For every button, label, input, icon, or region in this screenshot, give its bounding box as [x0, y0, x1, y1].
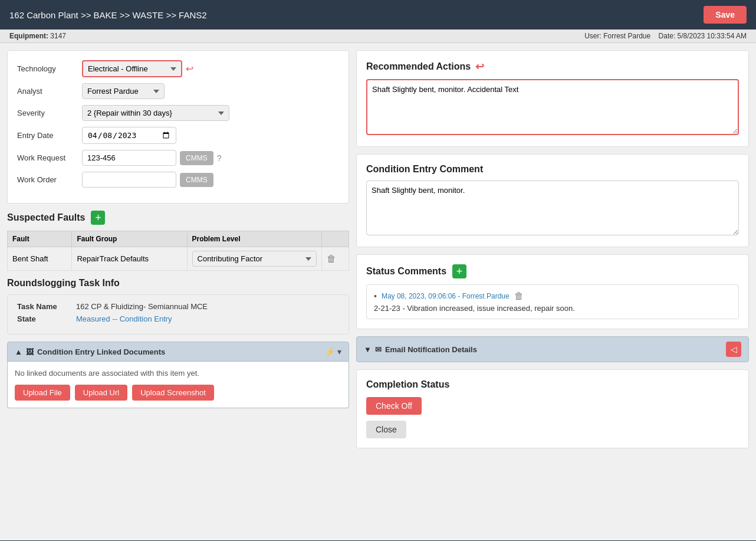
condition-entry-comment-title: Condition Entry Comment: [366, 164, 739, 175]
technology-label: Technology: [17, 64, 82, 73]
col-fault-group: Fault Group: [72, 231, 187, 247]
recommended-actions-title-text: Recommended Actions: [366, 61, 471, 72]
condition-entry-comment-card: Condition Entry Comment Shaft Slightly b…: [356, 154, 749, 247]
recommended-actions-card: Recommended Actions ↩ Shaft Slightly ben…: [356, 50, 749, 147]
email-notification-title-group: ▼ ✉ Email Notification Details: [364, 345, 477, 354]
completion-status-card: Completion Status Check Off Close: [356, 369, 749, 448]
status-comments-title: Status Comments: [366, 266, 446, 277]
condition-entry-comment-textarea[interactable]: Shaft Slightly bent, monitor.: [366, 181, 739, 235]
roundslogging-section: Roundslogging Task Info Task Name 162 CP…: [7, 278, 349, 335]
email-notification-header: ▼ ✉ Email Notification Details ◁: [356, 336, 749, 362]
analyst-row: Analyst Forrest Pardue: [17, 83, 339, 99]
close-button[interactable]: Close: [366, 421, 406, 438]
table-row: Bent Shaft RepairTrack Defaults Contribu…: [8, 247, 349, 271]
task-state-value: Measured -- Condition Entry: [76, 314, 172, 323]
task-name-value: 162 CP & Fluidizing- Semiannual MCE: [76, 302, 208, 311]
add-fault-button[interactable]: +: [91, 211, 105, 225]
top-bar: 162 Carbon Plant >> BAKE >> WASTE >> FAN…: [0, 0, 756, 29]
task-name-label: Task Name: [17, 302, 76, 311]
recommended-actions-header: Recommended Actions ↩: [366, 60, 739, 73]
equipment-info: Equipment: 3147: [9, 32, 66, 40]
technology-row: Technology Electrical - Offline ↩: [17, 60, 339, 77]
suspected-faults-title: Suspected Faults: [7, 212, 85, 223]
upload-screenshot-button[interactable]: Upload Screenshot: [132, 385, 214, 401]
equipment-id: 3147: [50, 32, 66, 40]
completion-status-title: Completion Status: [366, 379, 739, 390]
collapse-icon[interactable]: ▲: [15, 347, 22, 356]
delete-comment-icon[interactable]: 🗑: [514, 291, 524, 301]
col-problem-level: Problem Level: [187, 231, 321, 247]
roundslogging-header: Roundslogging Task Info: [7, 278, 349, 288]
work-request-input[interactable]: [82, 150, 176, 166]
linked-docs-section: ▲ 🖼 Condition Entry Linked Documents ⚡ ▾…: [7, 342, 349, 408]
check-off-button[interactable]: Check Off: [366, 397, 422, 415]
bullet-icon: •: [374, 291, 377, 301]
no-docs-message: No linked documents are associated with …: [15, 369, 341, 378]
fault-group-cell: RepairTrack Defaults: [72, 247, 187, 271]
task-state-label: State: [17, 314, 76, 323]
severity-label: Severity: [17, 109, 82, 117]
suspected-faults-section: Suspected Faults + Fault Fault Group Pro…: [7, 211, 349, 271]
col-actions: [321, 231, 349, 247]
problem-level-cell: Contributing Factor: [187, 247, 321, 271]
work-request-label: Work Request: [17, 153, 82, 162]
work-request-cmms-button[interactable]: CMMS: [180, 151, 213, 165]
work-order-cmms-button[interactable]: CMMS: [180, 173, 213, 187]
lightning-button[interactable]: ⚡ ▾: [325, 347, 341, 356]
share-button[interactable]: ◁: [726, 342, 741, 357]
upload-buttons: Upload File Upload Url Upload Screenshot: [15, 385, 341, 401]
work-request-row: Work Request CMMS ?: [17, 150, 339, 166]
comment-link[interactable]: May 08, 2023, 09:06:06 - Forrest Pardue: [382, 292, 510, 300]
severity-row: Severity 2 {Repair within 30 days}: [17, 105, 339, 121]
main-content: Technology Electrical - Offline ↩ Analys…: [0, 43, 756, 540]
work-order-row: Work Order CMMS: [17, 172, 339, 188]
col-fault: Fault: [8, 231, 72, 247]
collapse-email-icon[interactable]: ▼: [364, 345, 372, 354]
status-comment-item: • May 08, 2023, 09:06:06 - Forrest Pardu…: [366, 284, 739, 319]
task-info-card: Task Name 162 CP & Fluidizing- Semiannua…: [7, 294, 349, 335]
problem-level-select[interactable]: Contributing Factor: [192, 251, 317, 267]
upload-file-button[interactable]: Upload File: [15, 385, 70, 401]
form-card: Technology Electrical - Offline ↩ Analys…: [7, 50, 349, 204]
entry-date-label: Entry Date: [17, 131, 82, 140]
fault-cell: Bent Shaft: [8, 247, 72, 271]
save-button[interactable]: Save: [704, 6, 747, 24]
date-label: Date: 5/8/2023 10:33:54 AM: [659, 32, 747, 40]
work-request-help-icon[interactable]: ?: [217, 153, 222, 163]
task-name-row: Task Name 162 CP & Fluidizing- Semiannua…: [17, 302, 339, 311]
email-notification-section: ▼ ✉ Email Notification Details ◁: [356, 336, 749, 362]
add-status-comment-button[interactable]: +: [452, 264, 466, 278]
envelope-icon: ✉: [375, 345, 382, 354]
image-icon: 🖼: [26, 347, 34, 356]
analyst-label: Analyst: [17, 87, 82, 96]
status-comments-card: Status Comments + • May 08, 2023, 09:06:…: [356, 254, 749, 329]
upload-url-button[interactable]: Upload Url: [75, 385, 127, 401]
user-label: User: Forrest Pardue: [584, 32, 650, 40]
roundslogging-title: Roundslogging Task Info: [7, 278, 120, 288]
sub-bar: Equipment: 3147 User: Forrest Pardue Dat…: [0, 29, 756, 43]
right-panel: Recommended Actions ↩ Shaft Slightly ben…: [356, 50, 749, 533]
user-date-info: User: Forrest Pardue Date: 5/8/2023 10:3…: [584, 32, 747, 40]
status-comments-header: Status Comments +: [366, 264, 739, 278]
work-order-input[interactable]: [82, 172, 176, 188]
delete-fault-icon[interactable]: 🗑: [327, 254, 336, 264]
faults-table: Fault Fault Group Problem Level Bent Sha…: [7, 231, 349, 271]
recommended-actions-textarea[interactable]: Shaft Slightly bent, monitor. Accidental…: [366, 79, 739, 135]
breadcrumb: 162 Carbon Plant >> BAKE >> WASTE >> FAN…: [9, 10, 207, 20]
entry-date-input[interactable]: [82, 127, 176, 144]
severity-select[interactable]: 2 {Repair within 30 days}: [82, 105, 229, 121]
analyst-select[interactable]: Forrest Pardue: [82, 83, 165, 99]
linked-docs-header: ▲ 🖼 Condition Entry Linked Documents ⚡ ▾: [7, 342, 349, 362]
linked-docs-actions: ⚡ ▾: [325, 347, 341, 356]
technology-select[interactable]: Electrical - Offline: [82, 60, 182, 77]
linked-docs-title-text: Condition Entry Linked Documents: [37, 347, 165, 356]
left-panel: Technology Electrical - Offline ↩ Analys…: [7, 50, 349, 533]
delete-fault-cell: 🗑: [321, 247, 349, 271]
email-notification-title-text: Email Notification Details: [385, 345, 477, 354]
technology-undo-icon[interactable]: ↩: [186, 63, 193, 74]
work-order-label: Work Order: [17, 175, 82, 184]
recommended-actions-undo-icon[interactable]: ↩: [475, 60, 484, 73]
suspected-faults-header: Suspected Faults +: [7, 211, 349, 225]
comment-text: 2-21-23 - Vibration increased, issue inc…: [374, 304, 731, 313]
linked-docs-title-group: ▲ 🖼 Condition Entry Linked Documents: [15, 347, 165, 356]
